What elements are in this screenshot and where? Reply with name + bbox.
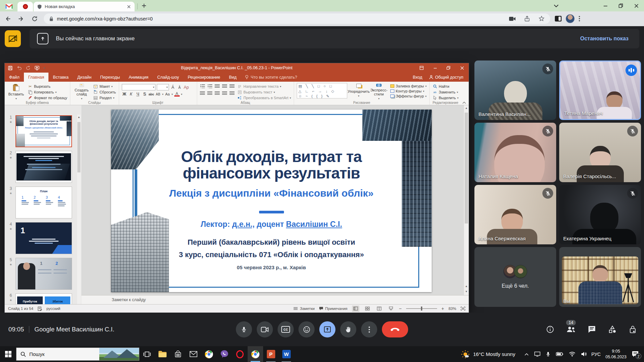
reading-view-button[interactable] bbox=[375, 306, 383, 312]
normal-view-button[interactable] bbox=[352, 306, 359, 312]
bold-button[interactable]: Ж bbox=[122, 91, 127, 97]
comments-toggle-button[interactable]: Примечания bbox=[319, 307, 347, 311]
smartart-button[interactable]: Преобразовать в SmartArt▾ bbox=[237, 95, 291, 100]
underline-button[interactable]: Ч bbox=[135, 91, 141, 97]
ppt-minimize-button[interactable] bbox=[428, 63, 442, 73]
zoom-slider-knob[interactable] bbox=[421, 307, 422, 311]
text-direction-button[interactable]: Направление текста▾ bbox=[237, 84, 291, 89]
wifi-icon[interactable] bbox=[569, 352, 575, 357]
line-spacing-icon[interactable] bbox=[229, 84, 235, 88]
zoom-out-button[interactable]: − bbox=[399, 306, 402, 311]
reload-button[interactable] bbox=[29, 13, 40, 25]
tab-review[interactable]: Рецензирование bbox=[183, 73, 225, 82]
more-options-button[interactable] bbox=[361, 321, 377, 337]
decrease-indent-icon[interactable] bbox=[215, 84, 220, 88]
stop-presenting-button[interactable]: Остановить показ bbox=[577, 33, 632, 44]
restore-button[interactable] bbox=[613, 0, 629, 11]
slide-thumbnail-3[interactable]: План 1 2 3 4 bbox=[15, 187, 72, 218]
zoom-level[interactable]: 83% bbox=[449, 307, 456, 311]
paste-button[interactable]: Вставить ▾ bbox=[7, 83, 25, 100]
format-painter-button[interactable]: Формат по образцу bbox=[28, 95, 67, 100]
tab-file[interactable]: Файл bbox=[5, 73, 24, 82]
ppt-close-button[interactable] bbox=[455, 63, 469, 73]
forward-button[interactable] bbox=[15, 13, 27, 25]
participant-tile-speaking[interactable]: Тетяна Маренич bbox=[559, 61, 641, 120]
minimize-button[interactable] bbox=[598, 0, 613, 11]
next-slide-icon[interactable]: ▼ bbox=[464, 290, 469, 293]
cut-button[interactable]: ✂Вырезать bbox=[28, 84, 67, 89]
end-call-button[interactable] bbox=[382, 321, 408, 337]
mail-icon[interactable] bbox=[186, 346, 201, 362]
file-explorer-icon[interactable] bbox=[155, 346, 170, 362]
participant-tile[interactable]: Наталия Кащена bbox=[474, 123, 556, 182]
collapse-ribbon-icon[interactable] bbox=[462, 102, 466, 104]
reactions-button[interactable] bbox=[298, 321, 315, 337]
numbering-icon[interactable] bbox=[207, 84, 212, 88]
camera-button[interactable] bbox=[257, 321, 273, 337]
slide-thumbnail-6[interactable]: Прибуток Збиток bbox=[15, 293, 72, 304]
spellcheck-icon[interactable] bbox=[38, 307, 42, 311]
shapes-gallery[interactable]: ▤ ╲ ╲ □ ○ □ △ ∟ ⌐ → ↓ ◇ ☆ ~ ( { } ✎ bbox=[297, 83, 347, 98]
text-shadow-button[interactable]: S bbox=[142, 91, 147, 97]
notes-pane[interactable]: Заметки к слайду bbox=[81, 295, 469, 304]
slide-thumbnail-2[interactable] bbox=[15, 151, 72, 183]
tab-close-icon[interactable] bbox=[127, 4, 131, 9]
raise-hand-button[interactable] bbox=[340, 321, 356, 337]
character-spacing-button[interactable]: АВ bbox=[155, 91, 161, 97]
start-slideshow-icon[interactable] bbox=[35, 66, 39, 70]
shape-fill-button[interactable]: Заливка фигуры▾ bbox=[390, 84, 427, 88]
slide-thumbnail-5[interactable]: 1 2 bbox=[15, 258, 72, 290]
arrange-button[interactable]: Упорядочить ▾ bbox=[350, 83, 367, 100]
bullets-icon[interactable] bbox=[200, 84, 205, 88]
justify-icon[interactable] bbox=[222, 91, 227, 95]
font-size-select[interactable]: ▾ bbox=[157, 84, 169, 90]
start-button[interactable] bbox=[0, 346, 16, 362]
chrome-icon[interactable] bbox=[201, 346, 217, 362]
slide-sorter-view-button[interactable] bbox=[364, 306, 371, 312]
address-bar[interactable]: meet.google.com/rxa-kpgm-obz?authuser=0 bbox=[44, 13, 550, 24]
font-color-button[interactable]: А bbox=[174, 92, 180, 96]
camera-in-use-icon[interactable] bbox=[509, 16, 516, 21]
tab-animations[interactable]: Анимация bbox=[124, 73, 153, 82]
tray-mic-icon[interactable] bbox=[546, 351, 550, 357]
shrink-font-button[interactable]: А̌ bbox=[177, 85, 182, 90]
clear-formatting-button[interactable]: Ap bbox=[184, 85, 189, 90]
recorder-blocked-icon[interactable] bbox=[5, 30, 21, 47]
captions-button[interactable]: cc bbox=[278, 321, 294, 337]
participants-button[interactable]: 14 bbox=[566, 326, 576, 333]
participant-tile[interactable]: Валентина Василівн... bbox=[474, 61, 556, 120]
back-button[interactable] bbox=[2, 13, 13, 25]
share-button[interactable]: Общий доступ bbox=[429, 75, 463, 80]
tab-design[interactable]: Дизайн bbox=[73, 73, 96, 82]
align-center-icon[interactable] bbox=[207, 91, 212, 95]
undo-icon[interactable] bbox=[17, 66, 22, 70]
tab-slideshow[interactable]: Слайд-шоу bbox=[153, 73, 183, 82]
font-name-select[interactable]: ▾ bbox=[122, 84, 155, 90]
tray-chevron-icon[interactable] bbox=[525, 353, 529, 356]
new-tab-button[interactable] bbox=[140, 1, 148, 10]
quick-styles-button[interactable]: Экспресс-стили ▾ bbox=[370, 83, 388, 100]
volume-icon[interactable] bbox=[581, 352, 587, 357]
sign-in-button[interactable]: Вход bbox=[413, 75, 422, 80]
meeting-details-button[interactable] bbox=[546, 325, 554, 333]
italic-button[interactable]: К bbox=[129, 91, 134, 97]
replace-button[interactable]: abЗаменить▾ bbox=[432, 90, 459, 94]
qat-dropdown-icon[interactable]: ▾ bbox=[44, 67, 45, 70]
participant-tile[interactable]: Валерія Старосільсь... bbox=[559, 123, 641, 182]
viber-icon[interactable] bbox=[217, 346, 232, 362]
chrome-active-icon[interactable] bbox=[248, 346, 263, 362]
strikethrough-button[interactable]: abc bbox=[149, 91, 154, 97]
bookmark-star-icon[interactable] bbox=[538, 15, 545, 22]
new-slide-button[interactable]: Создать слайд ▾ bbox=[73, 83, 91, 100]
slide-thumbnail-1[interactable]: Облік доходів, витрат та фінансових резу… bbox=[15, 115, 72, 147]
self-view-tile[interactable]: Вы bbox=[559, 247, 641, 307]
align-text-button[interactable]: Выровнять текст▾ bbox=[237, 90, 291, 94]
participant-tile[interactable]: Алина Свержевская bbox=[474, 185, 556, 244]
thumbnails-scrollbar[interactable]: ▲ bbox=[77, 115, 81, 304]
taskbar-search[interactable]: Пошук bbox=[16, 348, 139, 361]
search-highlight-image[interactable] bbox=[99, 348, 139, 360]
language-status[interactable]: русский bbox=[46, 307, 60, 311]
zoom-slider[interactable] bbox=[406, 308, 437, 309]
tab-transitions[interactable]: Переходы bbox=[96, 73, 124, 82]
canvas-scrollbar[interactable]: ▲ ▲ ▼ bbox=[464, 105, 469, 295]
